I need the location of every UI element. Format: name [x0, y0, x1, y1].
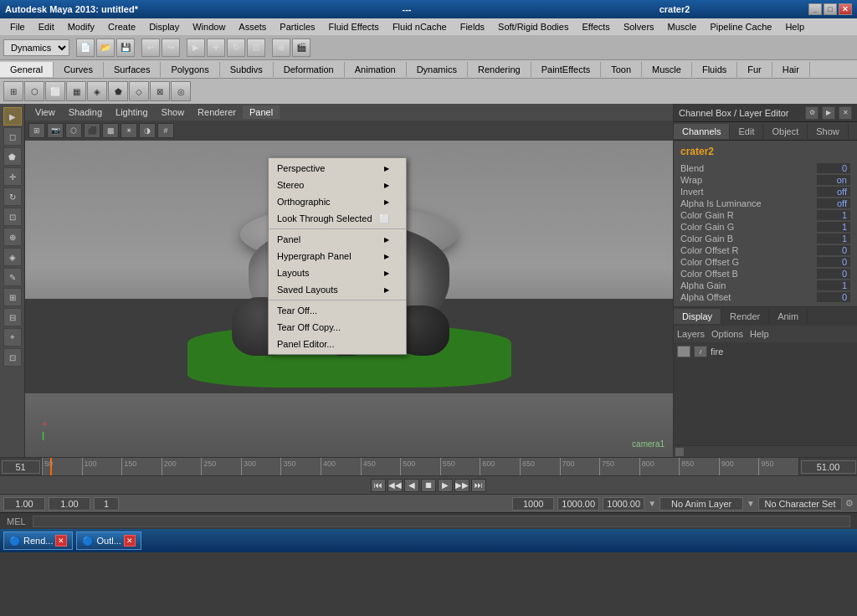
cb-value-10[interactable]: 1 [817, 280, 850, 290]
main-tab-surfaces[interactable]: Surfaces [104, 62, 161, 77]
char-set-field[interactable] [758, 497, 842, 511]
save-button[interactable]: 💾 [116, 38, 135, 57]
new-button[interactable]: 📄 [76, 38, 95, 57]
taskbar-outl-close[interactable]: ✕ [124, 535, 136, 547]
universal-manip-icon[interactable]: ⊕ [3, 228, 22, 246]
viewport-menu-shading[interactable]: Shading [62, 105, 109, 119]
val1-input[interactable] [3, 497, 45, 511]
lasso-tool-icon[interactable]: ◻ [3, 127, 22, 146]
snap-button[interactable]: ⊕ [272, 38, 290, 57]
vp-wire-btn[interactable]: ⬡ [65, 123, 82, 138]
main-tab-muscle[interactable]: Muscle [642, 62, 692, 77]
main-tab-general[interactable]: General [0, 62, 54, 77]
snap-grid-icon[interactable]: ⊟ [3, 308, 22, 326]
main-tab-dynamics[interactable]: Dynamics [407, 62, 468, 77]
layer-toolbar-options[interactable]: Options [711, 329, 743, 339]
current-frame-input[interactable] [2, 460, 40, 474]
cb-value-11[interactable]: 0 [817, 292, 850, 302]
cb-row-11[interactable]: Alpha Offset0 [677, 291, 854, 303]
cb-row-4[interactable]: Color Gain R1 [677, 209, 854, 221]
layer-toolbar-layers[interactable]: Layers [677, 329, 705, 339]
scale-button[interactable]: ⊡ [247, 38, 265, 57]
cb-value-4[interactable]: 1 [817, 210, 850, 220]
viewport-menu-renderer[interactable]: Renderer [191, 105, 243, 119]
sub-btn-9[interactable]: ◎ [171, 81, 191, 101]
cb-row-10[interactable]: Alpha Gain1 [677, 280, 854, 291]
cb-value-3[interactable]: off [817, 198, 850, 208]
vp-shadow-btn[interactable]: ◑ [139, 123, 156, 138]
select-tool-icon[interactable]: ▶ [3, 107, 22, 126]
sub-btn-8[interactable]: ⊠ [150, 81, 170, 101]
sub-btn-2[interactable]: ⬡ [24, 81, 44, 101]
transport-prev-key-btn[interactable]: ◀◀ [387, 479, 403, 492]
menu-item-window[interactable]: Window [186, 20, 232, 33]
panel-menu-item-6[interactable]: Layouts▶ [269, 264, 406, 281]
cb-row-1[interactable]: Wrapon [677, 174, 854, 186]
menu-item-file[interactable]: File [3, 20, 32, 33]
minimize-button[interactable]: _ [808, 3, 822, 15]
vp-tex-btn[interactable]: ▩ [102, 123, 119, 138]
val6-input[interactable] [603, 497, 644, 511]
transport-stop-btn[interactable]: ⏹ [421, 479, 436, 492]
cb-value-1[interactable]: on [817, 175, 850, 185]
sub-btn-4[interactable]: ▦ [66, 81, 86, 101]
rp-icon-close[interactable]: ✕ [839, 106, 852, 120]
panel-menu-item-9[interactable]: Tear Off Copy... [269, 319, 406, 336]
val2-input[interactable] [49, 497, 90, 511]
rp-icon-settings[interactable]: ⚙ [805, 106, 819, 120]
val4-input[interactable] [512, 497, 554, 511]
menu-item-particles[interactable]: Particles [273, 20, 321, 33]
panel-menu-item-8[interactable]: Tear Off... [269, 302, 406, 319]
viewport-menu-show[interactable]: Show [155, 105, 192, 119]
viewport-3d[interactable]: + | camera1 人人素材 Perspective▶Stereo▶Orth… [25, 141, 673, 457]
cb-row-6[interactable]: Color Gain B1 [677, 233, 854, 244]
sculpt-icon[interactable]: ✎ [3, 268, 22, 286]
val5-input[interactable] [557, 497, 599, 511]
panel-menu-item-2[interactable]: Orthographic▶ [269, 193, 406, 210]
panel-menu-item-7[interactable]: Saved Layouts▶ [269, 281, 406, 298]
open-button[interactable]: 📂 [96, 38, 115, 57]
rp-tab-channels[interactable]: Channels [674, 124, 730, 139]
vp-solid-btn[interactable]: ⬛ [84, 123, 100, 138]
lt-tab-render[interactable]: Render [721, 309, 769, 324]
transport-prev-frame-btn[interactable]: ◀ [404, 479, 419, 492]
main-tab-hair[interactable]: Hair [772, 62, 810, 77]
taskbar-rend-close[interactable]: ✕ [55, 535, 67, 547]
main-tab-fluids[interactable]: Fluids [692, 62, 737, 77]
rp-tab-object[interactable]: Object [763, 124, 808, 139]
menu-item-effects[interactable]: Effects [575, 20, 616, 33]
undo-button[interactable]: ↩ [141, 38, 160, 57]
transport-next-frame-btn[interactable]: ▶▶ [454, 479, 470, 492]
cb-value-7[interactable]: 0 [817, 245, 850, 255]
soft-mod-icon[interactable]: ◈ [3, 248, 22, 266]
menu-item-soft/rigid-bodies[interactable]: Soft/Rigid Bodies [491, 20, 575, 33]
rotate-button[interactable]: ↻ [227, 38, 245, 57]
main-tab-polygons[interactable]: Polygons [161, 62, 219, 77]
cb-value-5[interactable]: 1 [817, 222, 850, 232]
main-tab-deformation[interactable]: Deformation [274, 62, 345, 77]
snap-point-icon[interactable]: ⊡ [3, 348, 22, 367]
menu-item-solvers[interactable]: Solvers [617, 20, 661, 33]
val3-input[interactable] [94, 497, 119, 511]
command-line[interactable] [33, 516, 850, 527]
menu-item-pipeline-cache[interactable]: Pipeline Cache [703, 20, 778, 33]
timeline-ruler[interactable]: 5010015020025030035040045050055060065070… [42, 458, 798, 475]
layer-visibility-toggle[interactable] [677, 346, 690, 357]
panel-menu-item-4[interactable]: Panel▶ [269, 231, 406, 248]
vp-light-btn[interactable]: ☀ [121, 123, 137, 138]
main-tab-painteffects[interactable]: PaintEffects [531, 62, 602, 77]
layer-scrollbar[interactable] [674, 445, 857, 457]
layer-scroll-thumb[interactable] [675, 448, 684, 456]
viewport-menu-lighting[interactable]: Lighting [109, 105, 155, 119]
lt-tab-anim[interactable]: Anim [769, 309, 808, 324]
taskbar-item-rend[interactable]: 🔵 Rend... ✕ [3, 531, 73, 550]
main-tab-curves[interactable]: Curves [54, 62, 104, 77]
vp-cam-btn[interactable]: 📷 [47, 123, 64, 138]
cb-value-0[interactable]: 0 [817, 163, 850, 173]
panel-menu-item-1[interactable]: Stereo▶ [269, 177, 406, 193]
render-button[interactable]: 🎬 [292, 38, 310, 57]
menu-item-muscle[interactable]: Muscle [661, 20, 704, 33]
cb-row-7[interactable]: Color Offset R0 [677, 244, 854, 256]
lt-tab-display[interactable]: Display [674, 309, 721, 324]
vp-home-btn[interactable]: ⊞ [28, 123, 45, 138]
